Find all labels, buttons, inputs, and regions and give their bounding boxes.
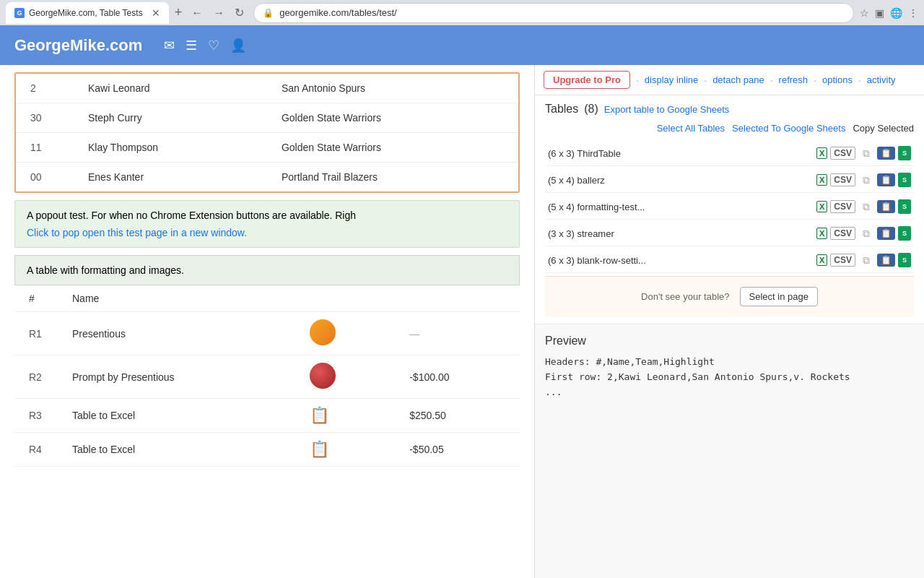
copy-icon[interactable]: ⧉ <box>858 145 874 161</box>
sheets-button[interactable]: S <box>898 146 911 160</box>
row-name: Table to Excel <box>58 433 295 467</box>
table-dims: (5 x 4) <box>548 175 577 186</box>
bookmark-button[interactable]: ☆ <box>860 7 869 19</box>
table-item-actions: X CSV ⧉ 📋 S <box>816 172 911 188</box>
refresh-link[interactable]: refresh <box>779 74 808 85</box>
table-dims: (6 x 3) <box>548 255 577 266</box>
table-name: streamer <box>577 228 614 239</box>
product-icon <box>310 319 336 345</box>
sheets-button[interactable]: S <box>898 253 911 267</box>
browser-tab[interactable]: G GeorgeMike.com, Table Tests ✕ <box>6 2 169 24</box>
player-name: Klay Thompson <box>74 133 267 163</box>
select-all-link[interactable]: Select All Tables <box>657 123 725 134</box>
clipboard-button[interactable]: 📋 <box>877 173 895 186</box>
dont-see-section: Don't see your table? Select in page <box>545 276 914 316</box>
clipboard-button[interactable]: 📋 <box>877 200 895 213</box>
table-item-actions: X CSV ⧉ 📋 S <box>816 252 911 268</box>
csv-button[interactable]: CSV <box>830 173 855 186</box>
profile-button[interactable]: 🌐 <box>890 7 902 19</box>
table-row: R1 Presentious — <box>14 312 520 355</box>
product-icon <box>310 363 336 389</box>
csv-button[interactable]: CSV <box>830 200 855 213</box>
activity-link[interactable]: activity <box>867 74 896 85</box>
sheets-button[interactable]: S <box>898 173 911 187</box>
browser-navigation: ← → ↻ <box>188 4 248 21</box>
csv-button[interactable]: CSV <box>830 254 855 267</box>
copy-icon[interactable]: ⧉ <box>858 172 874 188</box>
sheets-button[interactable]: S <box>898 226 911 241</box>
table-row: 00 Enes Kanter Portland Trail Blazers <box>16 163 518 192</box>
row-price: -$50.05 <box>395 433 520 467</box>
detach-pane-link[interactable]: detach pane <box>712 74 764 85</box>
player-name: Steph Curry <box>74 103 267 133</box>
copy-selected-link[interactable]: Copy Selected <box>853 123 914 134</box>
row-name: Table to Excel <box>58 399 295 433</box>
table-row: 2 Kawi Leonard San Antonio Spurs <box>16 74 518 103</box>
new-tab-button[interactable]: + <box>175 5 183 20</box>
table-item-name: (5 x 4) formatting-test... <box>548 202 816 212</box>
tables-actions: Select All Tables Selected To Google She… <box>545 123 914 134</box>
display-inline-link[interactable]: display inline <box>645 74 698 85</box>
table-dims: (5 x 4) <box>548 202 577 212</box>
url-text: georgemike.com/tables/test/ <box>279 7 397 18</box>
player-name: Kawi Leonard <box>74 74 267 103</box>
tab-close-button[interactable]: ✕ <box>152 7 160 19</box>
upgrade-button[interactable]: Upgrade to Pro <box>544 71 630 89</box>
user-icon[interactable]: 👤 <box>230 38 246 53</box>
row-price: $250.50 <box>395 399 520 433</box>
player-team: San Antonio Spurs <box>267 74 518 103</box>
dont-see-text: Don't see your table? <box>641 291 729 302</box>
preview-line-1: Headers: #,Name,Team,Highlight <box>545 355 914 370</box>
player-number: 00 <box>16 163 74 192</box>
row-icon: 📋 <box>295 433 395 467</box>
tab-title: GeorgeMike.com, Table Tests <box>29 8 143 18</box>
excel-icon[interactable]: X <box>816 201 827 212</box>
heart-icon[interactable]: ♡ <box>208 38 219 53</box>
player-number: 11 <box>16 133 74 163</box>
nav-separator: · <box>814 74 816 86</box>
excel-icon[interactable]: X <box>816 228 827 239</box>
tables-header: Tables (8) Export table to Google Sheets <box>545 103 914 116</box>
upgrade-pro-label: Pro <box>605 74 621 85</box>
tables-count: (8) <box>584 103 598 116</box>
excel-icon[interactable]: X <box>816 174 827 186</box>
popout-link[interactable]: Click to pop open this test page in a ne… <box>27 227 507 238</box>
excel-icon[interactable]: X <box>816 254 827 266</box>
table-dims: (6 x 3) <box>548 148 577 159</box>
player-number: 30 <box>16 103 74 133</box>
format-header: A table with formatting and images. <box>14 255 520 285</box>
back-button[interactable]: ← <box>188 5 206 21</box>
copy-icon[interactable]: ⧉ <box>858 199 874 215</box>
extension-button[interactable]: ▣ <box>875 7 884 19</box>
main-table: 2 Kawi Leonard San Antonio Spurs 30 Step… <box>16 74 518 191</box>
refresh-button[interactable]: ↻ <box>231 4 248 21</box>
options-link[interactable]: options <box>822 74 853 85</box>
csv-button[interactable]: CSV <box>830 227 855 240</box>
preview-title: Preview <box>545 335 914 348</box>
forward-button[interactable]: → <box>209 5 228 21</box>
clipboard-icon: 📋 <box>310 440 329 458</box>
menu-icon[interactable]: ☰ <box>186 38 197 53</box>
selected-sheets-link[interactable]: Selected To Google Sheets <box>732 123 845 134</box>
row-id: R3 <box>14 399 58 433</box>
export-sheets-link[interactable]: Export table to Google Sheets <box>604 104 729 115</box>
row-name: Prompt by Presentious <box>58 355 295 399</box>
menu-button[interactable]: ⋮ <box>908 7 918 19</box>
player-number: 2 <box>16 74 74 103</box>
browser-actions: ☆ ▣ 🌐 ⋮ <box>860 7 918 19</box>
email-icon[interactable]: ✉ <box>164 38 175 53</box>
clipboard-button[interactable]: 📋 <box>877 147 895 160</box>
table-section: 2 Kawi Leonard San Antonio Spurs 30 Step… <box>14 72 520 193</box>
csv-button[interactable]: CSV <box>830 147 855 160</box>
sheets-button[interactable]: S <box>898 199 911 214</box>
row-price: — <box>395 312 520 355</box>
nav-separator: · <box>636 74 639 86</box>
list-item: (6 x 3) ThirdTable X CSV ⧉ 📋 S <box>545 141 914 166</box>
select-in-page-button[interactable]: Select in page <box>740 287 818 306</box>
copy-icon[interactable]: ⧉ <box>858 225 874 241</box>
address-bar[interactable]: 🔒 georgemike.com/tables/test/ <box>253 3 854 23</box>
excel-icon[interactable]: X <box>816 147 827 159</box>
clipboard-button[interactable]: 📋 <box>877 254 895 267</box>
copy-icon[interactable]: ⧉ <box>858 252 874 268</box>
clipboard-button[interactable]: 📋 <box>877 227 895 240</box>
